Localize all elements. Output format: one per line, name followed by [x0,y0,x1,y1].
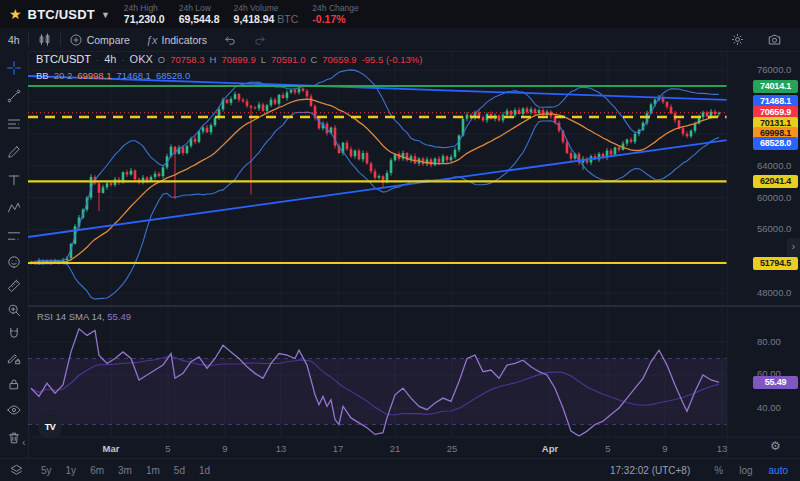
trading-app: ★ BTC/USDT ▼ 24h High 71,230.0 24h Low 6… [0,0,800,481]
lock-all-tool[interactable] [3,373,25,395]
panel-collapse-tab[interactable]: › [787,238,800,257]
range-button-1m[interactable]: 1m [139,465,167,476]
fib-icon [6,116,22,132]
legend-change: -95.5 (-0.13%) [362,54,423,65]
magnet-tool[interactable] [3,323,25,345]
undo-button[interactable] [215,28,245,51]
symbol-title[interactable]: BTC/USDT [28,7,95,22]
gear-icon [730,32,745,47]
time-axis-label: 13 [276,443,287,454]
indicators-button[interactable]: ƒx Indicators [138,28,215,51]
percent-scale-button[interactable]: % [706,465,731,476]
range-button-5y[interactable]: 5y [34,465,59,476]
price-axis-label: 64000.0 [757,160,791,172]
ruler-icon [6,278,22,294]
camera-icon [767,32,782,47]
range-buttons: 5y1y6m3m1m5d1d [34,465,217,476]
footer-bar: 5y1y6m3m1m5d1d 17:32:02 (UTC+8) % log au… [0,458,800,481]
range-button-6m[interactable]: 6m [83,465,111,476]
eye-icon [6,402,22,418]
text-tool[interactable] [3,169,25,191]
legend-exchange: OKX [130,53,153,65]
lock-icon [6,376,22,392]
time-scale[interactable] [28,437,727,459]
toolbar-right-group [722,32,800,47]
hide-drawings-tool[interactable] [3,399,25,421]
text-icon [6,172,22,188]
pattern-tool[interactable] [3,197,25,219]
price-axis-label: 60000.0 [757,192,791,204]
legend-low: 70591.0 [271,54,305,65]
measure-tool[interactable] [3,275,25,297]
time-axis-label: 5 [605,443,610,454]
range-button-5d[interactable]: 5d [167,465,192,476]
stat-24h-high: 24h High 71,230.0 [124,3,165,25]
rsi-label[interactable]: RSI 14 SMA 14, [37,311,105,322]
time-axis-label: 9 [222,443,227,454]
magnet-icon [6,326,22,342]
bb-basis-value: 69998.1 [77,70,111,81]
price-axis-badge: 74014.1 [753,80,798,93]
candlestick-icon [37,32,52,47]
stat-label: 24h Volume [234,3,299,13]
bb-upper-value: 71468.1 [117,70,151,81]
bb-label[interactable]: BB [36,70,49,81]
emoji-tool[interactable] [3,251,25,273]
range-button-1y[interactable]: 1y [59,465,84,476]
time-axis-label: Apr [542,443,558,454]
interval-button[interactable]: 4h [0,28,28,51]
favorite-star-icon[interactable]: ★ [9,0,22,28]
chart-type-button[interactable] [29,28,60,51]
settings-button[interactable] [722,32,753,47]
range-button-3m[interactable]: 3m [111,465,139,476]
trash-icon [6,430,22,446]
bb-lower-value: 68528.0 [156,70,190,81]
price-axis-badge: 55.49 [753,376,798,389]
time-axis-label: 5 [165,443,170,454]
compare-button[interactable]: Compare [61,28,138,51]
clock[interactable]: 17:32:02 (UTC+8) [610,465,690,476]
xabcd-icon [6,200,22,216]
fx-icon: ƒx [146,34,158,46]
fib-retracement-tool[interactable] [3,113,25,135]
toolbar-collapse-icon[interactable]: ‹ [22,436,26,448]
stat-24h-volume: 24h Volume 9,418.94 BTC [234,3,299,25]
price-axis-label: 80.00 [757,336,781,348]
position-tool[interactable] [3,225,25,247]
brush-tool[interactable] [3,141,25,163]
range-button-1d[interactable]: 1d [192,465,217,476]
zoom-in-tool[interactable] [3,299,25,321]
log-scale-button[interactable]: log [731,465,760,476]
stat-label: 24h Change [312,3,358,13]
tradingview-logo[interactable]: TV [38,415,62,439]
crosshair-tool[interactable] [3,57,25,79]
legend-high: 70899.9 [221,54,255,65]
screenshot-button[interactable] [759,32,790,47]
position-icon [6,228,22,244]
stat-value: 9,418.94 BTC [234,13,299,25]
legend-symbol[interactable]: BTC/USDT [36,53,91,65]
chart-toolbar: 4h Compare ƒx Indicators [0,28,800,52]
rsi-value: 55.49 [107,311,131,322]
drawing-toolbar [0,51,29,459]
trend-line-tool[interactable] [3,85,25,107]
stat-value: 69,544.8 [179,13,220,25]
rsi-legend: RSI 14 SMA 14, 55.49 [37,311,131,322]
drawing-lock-tool[interactable] [3,347,25,369]
candlestick-chart[interactable] [28,51,800,459]
layers-icon[interactable] [9,463,24,478]
bollinger-legend: BB 20 2 69998.1 71468.1 68528.0 [36,70,190,81]
legend-interval: 4h [104,53,116,65]
auto-scale-button[interactable]: auto [761,465,796,476]
time-axis-settings-icon[interactable]: ⚙ [770,439,781,453]
stat-value: -0.17% [312,13,358,25]
stat-label: 24h High [124,3,165,13]
crosshair-icon [6,60,22,76]
price-axis-label: 56000.0 [757,223,791,235]
redo-arrow-icon [253,33,267,47]
time-axis-label: 17 [333,443,344,454]
price-axis-label: 40.00 [757,402,781,414]
chevron-down-icon[interactable]: ▼ [101,10,110,20]
redo-button[interactable] [245,28,275,51]
price-axis-badge: 62041.4 [753,175,798,188]
